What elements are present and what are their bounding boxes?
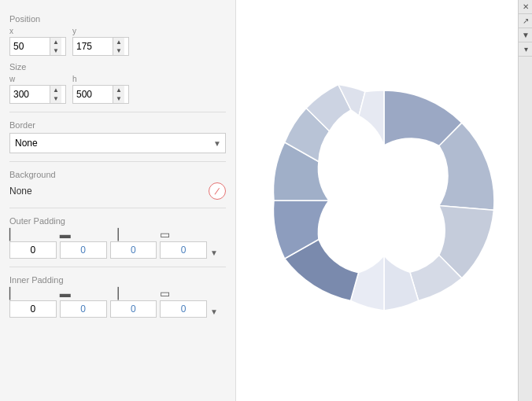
h-input[interactable]	[73, 87, 113, 101]
outer-pad-left-input[interactable]	[9, 241, 57, 259]
close-icon[interactable]: ✕	[519, 0, 532, 14]
background-value: None	[9, 186, 32, 197]
x-increment[interactable]: ▲	[50, 38, 61, 46]
w-decrement[interactable]: ▼	[50, 94, 61, 103]
background-section-label: Background	[9, 170, 226, 179]
inner-pad-top: ▬	[60, 288, 107, 318]
h-increment[interactable]: ▲	[113, 86, 124, 94]
svg-point-0	[331, 147, 438, 254]
more-icon[interactable]: ▾	[519, 42, 532, 57]
inner-pad-left: ▏	[9, 288, 57, 318]
outer-pad-right-input[interactable]	[110, 241, 157, 259]
inner-pad-bottom: ▭	[160, 288, 207, 318]
x-spinner-btns: ▲ ▼	[50, 38, 61, 55]
inner-padding-label: Inner Padding	[9, 275, 226, 285]
y-input[interactable]	[73, 39, 113, 53]
filter-icon[interactable]: ▼	[519, 28, 532, 42]
outer-pad-bottom-input[interactable]	[160, 241, 207, 259]
h-decrement[interactable]: ▼	[113, 94, 124, 103]
outer-pad-dropdown[interactable]: ▼	[210, 248, 226, 259]
donut-chart-container	[262, 20, 506, 381]
donut-chart-svg	[266, 24, 502, 377]
w-field-group: w ▲ ▼	[9, 75, 66, 104]
background-row: None /	[9, 182, 226, 200]
y-decrement[interactable]: ▼	[113, 46, 124, 55]
w-spinner-btns: ▲ ▼	[50, 86, 61, 103]
border-select[interactable]: None Solid Dashed Dotted	[9, 133, 226, 153]
outer-pad-left: ▏	[9, 229, 57, 259]
x-input[interactable]	[10, 39, 50, 53]
inner-pad-right-input[interactable]	[110, 300, 157, 318]
w-spinner[interactable]: ▲ ▼	[9, 85, 66, 104]
inner-pad-dropdown[interactable]: ▼	[210, 307, 226, 318]
h-spinner-btns: ▲ ▼	[113, 86, 124, 103]
x-field-group: x ▲ ▼	[9, 27, 66, 56]
border-label: Border	[9, 120, 226, 130]
x-decrement[interactable]: ▼	[50, 46, 61, 55]
inner-pad-bottom-input[interactable]	[160, 300, 207, 318]
outer-pad-bottom-icon: ▭	[160, 229, 170, 240]
outer-pad-left-icon: ▏	[9, 229, 18, 240]
chart-panel: ✕ ↗ ▼ ▾	[236, 0, 532, 401]
y-field-group: y ▲ ▼	[72, 27, 129, 56]
outer-pad-top-icon: ▬	[60, 229, 71, 240]
y-spinner[interactable]: ▲ ▼	[72, 37, 129, 56]
outer-pad-arrow-icon[interactable]: ▼	[210, 248, 218, 257]
h-field-group: h ▲ ▼	[72, 75, 129, 104]
inner-pad-top-input[interactable]	[60, 300, 107, 318]
w-increment[interactable]: ▲	[50, 86, 61, 94]
inner-pad-top-icon: ▬	[60, 288, 71, 299]
inner-pad-arrow-icon[interactable]: ▼	[210, 307, 218, 316]
outer-pad-top: ▬	[60, 229, 107, 259]
position-row: x ▲ ▼ y ▲ ▼	[9, 27, 226, 56]
properties-panel: Position x ▲ ▼ y ▲ ▼ Size	[0, 0, 236, 401]
outer-pad-top-input[interactable]	[60, 241, 107, 259]
outer-pad-bottom: ▭	[160, 229, 207, 259]
size-row: w ▲ ▼ h ▲ ▼	[9, 75, 226, 104]
y-label: y	[72, 27, 129, 35]
inner-pad-right-icon: ▕	[110, 288, 119, 299]
outer-padding-label: Outer Padding	[9, 216, 226, 226]
outer-pad-right: ▕	[110, 229, 157, 259]
export-icon[interactable]: ↗	[519, 14, 532, 28]
y-spinner-btns: ▲ ▼	[113, 38, 124, 55]
background-clear-button[interactable]: /	[209, 182, 226, 200]
position-label: Position	[9, 14, 226, 24]
y-increment[interactable]: ▲	[113, 38, 124, 46]
inner-pad-bottom-icon: ▭	[160, 288, 170, 299]
toolbar-right: ✕ ↗ ▼ ▾	[518, 0, 532, 401]
size-label: Size	[9, 62, 226, 72]
h-spinner[interactable]: ▲ ▼	[72, 85, 129, 104]
inner-pad-right: ▕	[110, 288, 157, 318]
outer-pad-right-icon: ▕	[110, 229, 119, 240]
background-clear-icon: /	[214, 186, 220, 196]
border-dropdown-wrapper: None Solid Dashed Dotted ▼	[9, 133, 226, 153]
w-input[interactable]	[10, 87, 50, 101]
h-label: h	[72, 75, 129, 83]
inner-pad-left-input[interactable]	[9, 300, 57, 318]
w-label: w	[9, 75, 66, 83]
x-label: x	[9, 27, 66, 35]
outer-padding-grid: ▏ ▬ ▕ ▭ ▼	[9, 229, 226, 259]
inner-pad-left-icon: ▏	[9, 288, 18, 299]
inner-padding-grid: ▏ ▬ ▕ ▭ ▼	[9, 288, 226, 318]
x-spinner[interactable]: ▲ ▼	[9, 37, 66, 56]
